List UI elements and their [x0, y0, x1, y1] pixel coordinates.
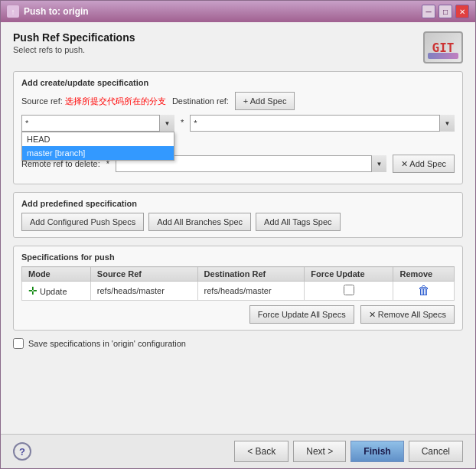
dropdown-item-master[interactable]: master [branch]	[22, 146, 174, 160]
dest-ref-combo: ▼	[190, 115, 455, 132]
row-mode-icon: ✛ Update	[22, 282, 91, 301]
specs-section: Specifications for push Mode Source Ref …	[13, 246, 463, 331]
predefined-title: Add predefined specification	[21, 199, 455, 208]
help-button[interactable]: ?	[13, 442, 31, 461]
title-bar-left: ↑ Push to: origin	[7, 5, 89, 18]
add-configured-button[interactable]: Add Configured Push Specs	[21, 213, 144, 231]
add-spec-button[interactable]: + Add Spec	[235, 92, 295, 110]
specs-table: Mode Source Ref Destination Ref Force Up…	[21, 266, 455, 301]
mode-add-icon: ✛	[28, 285, 37, 297]
bottom-bar: ? < Back Next > Finish Cancel	[1, 434, 475, 468]
save-config-label: Save specifications in 'origin' configur…	[28, 339, 186, 348]
col-force-update: Force Update	[305, 267, 393, 282]
main-window: ↑ Push to: origin ─ □ ✕ Push Ref Specifi…	[0, 0, 476, 469]
row-mode-text: Update	[40, 287, 67, 296]
source-ref-label: Source ref: 选择所提交代码所在的分支	[21, 96, 166, 107]
header-text: Push Ref Specifications Select refs to p…	[13, 31, 135, 54]
force-update-all-button[interactable]: Force Update All Specs	[249, 305, 354, 324]
create-update-title: Add create/update specification	[21, 78, 455, 87]
col-remove: Remove	[393, 267, 455, 282]
page-title: Push Ref Specifications	[13, 31, 135, 44]
add-tags-button[interactable]: Add All Tags Spec	[256, 213, 340, 231]
dest-ref-dropdown-arrow[interactable]: ▼	[439, 115, 455, 132]
source-ref-dropdown-arrow[interactable]: ▼	[159, 115, 174, 132]
source-dest-inputs-row: ▼ HEAD master [branch] * ▼	[21, 115, 455, 132]
title-controls: ─ □ ✕	[422, 5, 469, 18]
dest-asterisk: *	[181, 118, 184, 127]
window-icon: ↑	[7, 5, 19, 18]
row-source-ref: refs/heads/master	[90, 282, 197, 301]
row-dest-ref: refs/heads/master	[197, 282, 305, 301]
source-ref-input[interactable]	[21, 115, 174, 132]
cancel-button[interactable]: Cancel	[409, 441, 463, 462]
header-section: Push Ref Specifications Select refs to p…	[13, 31, 463, 64]
content-area: Push Ref Specifications Select refs to p…	[1, 22, 475, 434]
specs-actions: Force Update All Specs ✕ Remove All Spec…	[21, 305, 455, 324]
remove-all-button[interactable]: ✕ Remove All Specs	[360, 305, 455, 324]
row-force-update-cell	[305, 282, 393, 301]
save-config-checkbox[interactable]	[13, 338, 24, 349]
table-row: ✛ Update refs/heads/master refs/heads/ma…	[22, 282, 455, 301]
next-button[interactable]: Next >	[293, 441, 346, 462]
maximize-button[interactable]: □	[439, 5, 452, 18]
col-dest-ref: Destination Ref	[197, 267, 305, 282]
destination-ref-label: Destination ref:	[172, 96, 229, 106]
close-button[interactable]: ✕	[455, 5, 469, 18]
git-logo: GIT	[423, 31, 463, 64]
add-branches-button[interactable]: Add All Branches Spec	[148, 213, 251, 231]
back-button[interactable]: < Back	[234, 441, 289, 462]
create-update-section: Add create/update specification Source r…	[13, 71, 463, 184]
specs-title: Specifications for push	[21, 252, 455, 262]
dropdown-item-head[interactable]: HEAD	[22, 132, 174, 146]
title-bar: ↑ Push to: origin ─ □ ✕	[1, 1, 475, 22]
col-source-ref: Source Ref	[90, 267, 197, 282]
remove-add-spec-button[interactable]: ✕ Add Spec	[393, 155, 455, 173]
minimize-button[interactable]: ─	[422, 5, 435, 18]
bottom-right: < Back Next > Finish Cancel	[234, 441, 463, 462]
predefined-buttons-row: Add Configured Push Specs Add All Branch…	[21, 213, 455, 231]
save-config-row: Save specifications in 'origin' configur…	[13, 338, 463, 349]
predefined-section: Add predefined specification Add Configu…	[13, 192, 463, 238]
page-subtitle: Select refs to push.	[13, 45, 135, 54]
remote-ref-dropdown-arrow[interactable]: ▼	[371, 155, 386, 172]
finish-button[interactable]: Finish	[350, 441, 403, 462]
window-title: Push to: origin	[24, 6, 89, 17]
force-update-checkbox[interactable]	[344, 285, 354, 295]
source-dest-row: Source ref: 选择所提交代码所在的分支 Destination ref…	[21, 92, 455, 110]
dest-ref-input[interactable]	[190, 115, 455, 132]
source-ref-overlay: 选择所提交代码所在的分支	[65, 96, 166, 106]
delete-row-icon[interactable]: 🗑	[418, 284, 430, 297]
row-remove-cell: 🗑	[393, 282, 455, 301]
source-ref-combo: ▼ HEAD master [branch]	[21, 115, 174, 132]
source-ref-dropdown: HEAD master [branch]	[21, 132, 174, 161]
col-mode: Mode	[22, 267, 91, 282]
bottom-left: ?	[13, 442, 31, 461]
